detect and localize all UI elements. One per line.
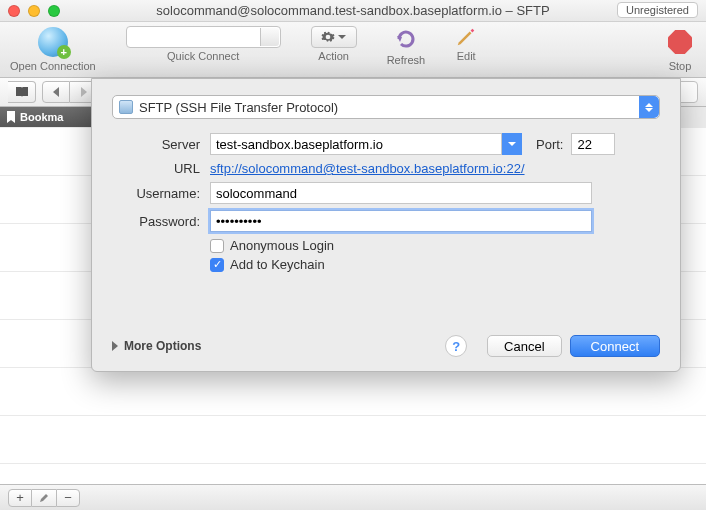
chevron-right-icon [80, 87, 88, 97]
open-connection-label: Open Connection [10, 60, 96, 72]
quick-connect-combo[interactable] [126, 26, 281, 48]
server-input[interactable] [210, 133, 502, 155]
window-title: solocommand@solocommand.test-sandbox.bas… [0, 3, 706, 18]
select-stepper[interactable] [639, 96, 659, 118]
action-menu-button[interactable]: Action [311, 26, 357, 62]
pencil-small-icon [39, 493, 49, 503]
stop-icon [668, 30, 692, 54]
connection-form: Server Port: URL sftp://solocommand@test… [112, 133, 660, 272]
history-segment[interactable] [42, 81, 98, 103]
password-input[interactable] [210, 210, 592, 232]
zoom-window-button[interactable] [48, 5, 60, 17]
bookmarks-view-button[interactable] [8, 81, 36, 103]
minimize-window-button[interactable] [28, 5, 40, 17]
server-history-dropdown[interactable] [502, 133, 522, 155]
stop-label: Stop [669, 60, 692, 72]
chevron-left-icon [52, 87, 60, 97]
main-toolbar: Open Connection Quick Connect Action Ref… [0, 22, 706, 78]
sidebar-bookmarks-header[interactable]: Bookma [0, 107, 91, 127]
gear-icon [321, 30, 335, 44]
port-label: Port: [536, 137, 563, 152]
refresh-label: Refresh [387, 54, 426, 66]
edit-label: Edit [457, 50, 476, 62]
gear-dropdown[interactable] [311, 26, 357, 48]
traffic-lights [8, 5, 60, 17]
chevron-down-icon [338, 35, 346, 39]
sheet-bottom-bar: More Options ? Cancel Connect [112, 335, 660, 357]
username-label: Username: [112, 186, 200, 201]
more-options-toggle[interactable]: More Options [112, 339, 201, 353]
bookmark-view-segment[interactable] [8, 81, 36, 103]
edit-button[interactable]: Edit [455, 26, 477, 62]
add-to-keychain-checkbox[interactable] [210, 258, 224, 272]
help-button[interactable]: ? [445, 335, 467, 357]
disk-icon [119, 100, 133, 114]
stop-button[interactable]: Stop [664, 26, 696, 72]
anonymous-login-checkbox[interactable] [210, 239, 224, 253]
titlebar: solocommand@solocommand.test-sandbox.bas… [0, 0, 706, 22]
connect-button[interactable]: Connect [570, 335, 660, 357]
quick-connect[interactable]: Quick Connect [126, 26, 281, 62]
disclosure-triangle-icon [112, 341, 118, 351]
unregistered-badge[interactable]: Unregistered [617, 2, 698, 18]
port-input[interactable] [571, 133, 615, 155]
sidebar-bookmarks-label: Bookma [20, 111, 63, 123]
server-label: Server [112, 137, 200, 152]
open-connection-button[interactable]: Open Connection [10, 26, 96, 72]
cancel-button[interactable]: Cancel [487, 335, 561, 357]
book-icon [15, 86, 29, 98]
back-button[interactable] [42, 81, 70, 103]
refresh-button[interactable]: Refresh [387, 26, 426, 66]
protocol-label: SFTP (SSH File Transfer Protocol) [139, 100, 338, 115]
username-input[interactable] [210, 182, 592, 204]
refresh-icon [393, 26, 419, 52]
more-options-label: More Options [124, 339, 201, 353]
footer-bar: + − [0, 484, 706, 510]
url-label: URL [112, 161, 200, 176]
pencil-icon [455, 26, 477, 48]
globe-plus-icon [38, 27, 68, 57]
add-bookmark-button[interactable]: + [8, 489, 32, 507]
quick-connect-label: Quick Connect [167, 50, 239, 62]
edit-bookmark-button[interactable] [32, 489, 56, 507]
url-link[interactable]: sftp://solocommand@test-sandbox.baseplat… [210, 161, 525, 176]
connection-sheet: SFTP (SSH File Transfer Protocol) Server… [91, 78, 681, 372]
anonymous-login-label: Anonymous Login [230, 238, 334, 253]
remove-bookmark-button[interactable]: − [56, 489, 80, 507]
bookmark-icon [6, 111, 16, 123]
add-to-keychain-label: Add to Keychain [230, 257, 325, 272]
close-window-button[interactable] [8, 5, 20, 17]
protocol-select[interactable]: SFTP (SSH File Transfer Protocol) [112, 95, 660, 119]
footer-segment: + − [8, 489, 80, 507]
password-label: Password: [112, 214, 200, 229]
action-label: Action [318, 50, 349, 62]
